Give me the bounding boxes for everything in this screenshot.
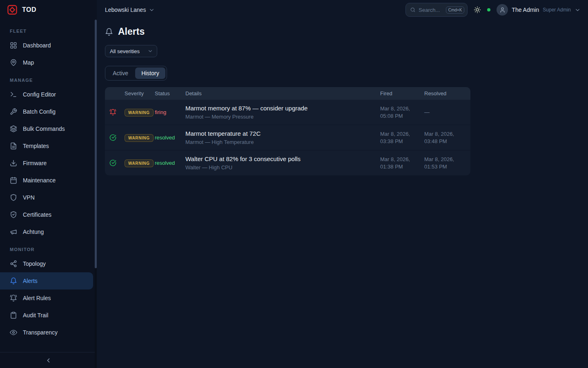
wrench-icon	[10, 108, 17, 115]
sidebar-item-alerts[interactable]: Alerts	[0, 272, 93, 289]
sidebar-item-map[interactable]: Map	[0, 54, 93, 71]
resolved-time: Mar 8, 2026, 01:53 PM	[424, 156, 470, 170]
download-icon	[10, 159, 17, 167]
sidebar-section-label: MONITOR	[0, 240, 97, 255]
sidebar-item-label: Achtung	[23, 229, 44, 235]
sidebar-collapse-button[interactable]	[45, 357, 52, 364]
status-text: resolved	[155, 160, 185, 166]
avatar	[497, 4, 508, 16]
severity-badge: WARNING	[125, 159, 154, 167]
sidebar-item-firmware[interactable]: Firmware	[0, 155, 93, 172]
column-details: Details	[185, 90, 380, 96]
sidebar-item-templates[interactable]: Templates	[0, 137, 93, 155]
tab-history[interactable]: History	[135, 67, 165, 79]
chevron-down-icon	[147, 48, 153, 54]
topbar: Lebowski Lanes Cmd+K The Admin Super Adm…	[97, 0, 588, 20]
sidebar-item-label: Batch Config	[23, 108, 56, 115]
search-input[interactable]	[419, 7, 443, 13]
app-logo-icon	[7, 4, 18, 16]
search-box[interactable]: Cmd+K	[405, 3, 468, 17]
layers-icon	[10, 125, 17, 132]
check-circle-icon	[109, 159, 116, 166]
check-circle-icon	[109, 134, 116, 141]
fired-time: Mar 8, 2026, 05:08 PM	[380, 105, 424, 119]
bell-ring-icon	[109, 109, 116, 116]
sidebar-section-label: MANAGE	[0, 71, 97, 86]
sidebar-item-dashboard[interactable]: Dashboard	[0, 37, 93, 54]
sidebar-item-label: Templates	[23, 143, 49, 149]
page-title: Alerts	[118, 26, 145, 37]
sidebar-section: FLEET Dashboard Map	[0, 22, 97, 71]
sidebar-item-label: Topology	[23, 260, 46, 267]
bell-icon	[105, 28, 113, 36]
sidebar-item-certificates[interactable]: Certificates	[0, 206, 93, 223]
status-text: resolved	[155, 135, 185, 141]
sidebar-item-audit-trail[interactable]: Audit Trail	[0, 307, 93, 324]
sidebar-item-label: Maintenance	[23, 177, 56, 184]
search-icon	[410, 7, 416, 13]
bell-ring-icon	[10, 294, 17, 302]
chevron-down-icon	[575, 7, 581, 13]
alert-subtitle: Marmot — High Temperature	[185, 139, 376, 145]
table-row[interactable]: WARNING resolved Marmot temperature at 7…	[105, 125, 470, 150]
theme-toggle-button[interactable]	[474, 6, 481, 13]
sidebar-item-batch-config[interactable]: Batch Config	[0, 103, 93, 120]
sidebar-item-topology[interactable]: Topology	[0, 255, 93, 272]
sidebar-footer	[0, 352, 97, 368]
org-name: Lebowski Lanes	[105, 7, 146, 13]
user-name: The Admin	[512, 7, 539, 13]
sidebar-item-label: Transparency	[23, 329, 58, 336]
column-resolved: Resolved	[424, 90, 470, 96]
sidebar-item-maintenance[interactable]: Maintenance	[0, 172, 93, 189]
chevron-down-icon	[149, 7, 155, 13]
brand: TOD	[0, 0, 97, 20]
shield-icon	[10, 194, 17, 201]
main-area: Lebowski Lanes Cmd+K The Admin Super Adm…	[97, 0, 588, 368]
column-fired: Fired	[380, 90, 424, 96]
clipboard-icon	[10, 312, 17, 319]
sidebar-section: MANAGE Config Editor Batch Config Bulk C…	[0, 71, 97, 240]
sidebar-item-label: Config Editor	[23, 91, 56, 98]
table-row[interactable]: WARNING resolved Walter CPU at 82% for 3…	[105, 150, 470, 175]
user-menu[interactable]: The Admin Super Admin	[497, 4, 581, 16]
topology-icon	[10, 260, 17, 267]
sidebar-scrollbar-thumb[interactable]	[95, 20, 97, 268]
resolved-time: —	[424, 109, 470, 116]
sidebar-item-config-editor[interactable]: Config Editor	[0, 86, 93, 103]
alerts-table: Severity Status Details Fired Resolved W…	[105, 87, 470, 175]
severity-badge: WARNING	[125, 134, 154, 142]
alert-title: Marmot memory at 87% — consider upgrade	[185, 105, 376, 112]
sidebar-item-achtung[interactable]: Achtung	[0, 223, 93, 240]
sidebar-item-label: VPN	[23, 194, 35, 201]
sidebar-nav: FLEET Dashboard Map MANAGE Config Editor…	[0, 20, 97, 352]
sidebar-item-label: Certificates	[23, 211, 51, 218]
shield-check-icon	[10, 211, 17, 218]
sidebar-item-alert-rules[interactable]: Alert Rules	[0, 289, 93, 307]
fired-time: Mar 8, 2026, 01:38 PM	[380, 156, 424, 170]
grid-icon	[10, 42, 17, 49]
sidebar-item-label: Audit Trail	[23, 312, 48, 319]
severity-badge: WARNING	[125, 109, 154, 117]
bell-icon	[10, 277, 17, 285]
sidebar-item-bulk-commands[interactable]: Bulk Commands	[0, 120, 93, 137]
table-header: Severity Status Details Fired Resolved	[105, 87, 470, 100]
status-text: firing	[155, 109, 185, 115]
severity-filter-select[interactable]: All severities	[105, 45, 157, 57]
megaphone-icon	[10, 228, 17, 236]
sidebar-item-vpn[interactable]: VPN	[0, 189, 93, 206]
sidebar-section: MONITOR Topology Alerts Alert Rules Audi…	[0, 240, 97, 341]
map-pin-icon	[10, 59, 17, 66]
column-severity: Severity	[125, 90, 155, 96]
tab-active[interactable]: Active	[107, 67, 134, 79]
sidebar: TOD FLEET Dashboard Map MANAGE Config Ed…	[0, 0, 97, 368]
sidebar-item-label: Firmware	[23, 160, 47, 166]
org-selector[interactable]: Lebowski Lanes	[105, 7, 155, 13]
sidebar-item-transparency[interactable]: Transparency	[0, 324, 93, 341]
sidebar-item-label: Map	[23, 59, 34, 66]
table-row[interactable]: WARNING firing Marmot memory at 87% — co…	[105, 100, 470, 125]
alert-subtitle: Walter — High CPU	[185, 164, 376, 171]
chevron-left-icon	[45, 357, 52, 364]
severity-filter-value: All severities	[110, 48, 140, 54]
sidebar-item-label: Alerts	[23, 278, 38, 284]
fired-time: Mar 8, 2026, 03:38 PM	[380, 130, 424, 145]
